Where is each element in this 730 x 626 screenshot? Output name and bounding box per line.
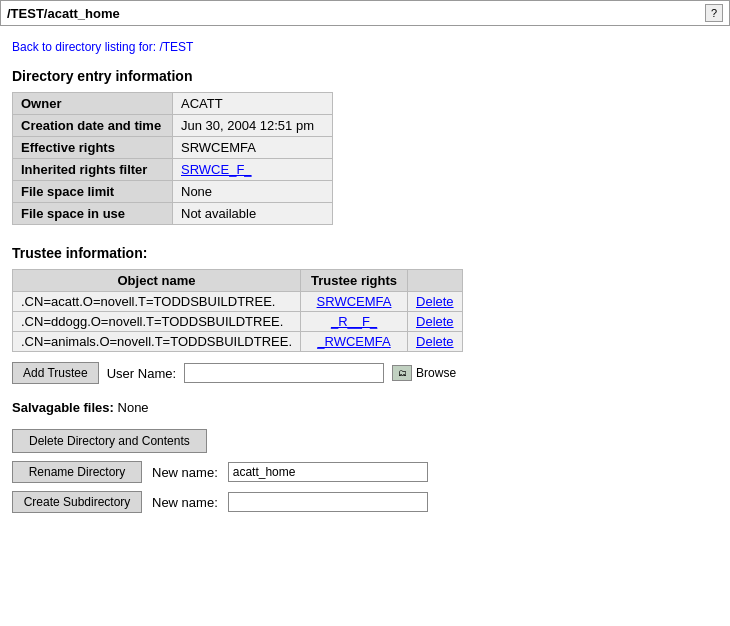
dir-info-title: Directory entry information (12, 68, 718, 84)
trustee-object: .CN=acatt.O=novell.T=TODDSBUILDTREE. (13, 292, 301, 312)
dir-info-value: Not available (173, 203, 333, 225)
trustee-section-title: Trustee information: (12, 245, 718, 261)
username-label: User Name: (107, 366, 176, 381)
create-subdir-row: Create Subdirectory New name: (12, 491, 718, 513)
rename-new-name-label: New name: (152, 465, 218, 480)
trustee-object: .CN=animals.O=novell.T=TODDSBUILDTREE. (13, 332, 301, 352)
trustee-section: Trustee information: Object name Trustee… (12, 245, 718, 384)
help-button[interactable]: ? (705, 4, 723, 22)
col-delete-header (408, 270, 463, 292)
dir-info-value: ACATT (173, 93, 333, 115)
back-link[interactable]: Back to directory listing for: /TEST (12, 40, 193, 54)
trustee-rights[interactable]: _R__F_ (301, 312, 408, 332)
browse-button[interactable]: 🗂 Browse (392, 365, 456, 381)
browse-icon: 🗂 (392, 365, 412, 381)
page-title: /TEST/acatt_home (7, 6, 120, 21)
dir-info-value: Jun 30, 2004 12:51 pm (173, 115, 333, 137)
main-content: Back to directory listing for: /TEST Dir… (0, 26, 730, 529)
add-trustee-row: Add Trustee User Name: 🗂 Browse (12, 362, 718, 384)
rename-new-name-input[interactable] (228, 462, 428, 482)
add-trustee-button[interactable]: Add Trustee (12, 362, 99, 384)
directory-info-table: OwnerACATTCreation date and timeJun 30, … (12, 92, 333, 225)
action-delete-row: Delete Directory and Contents (12, 429, 718, 453)
dir-info-label: Inherited rights filter (13, 159, 173, 181)
col-rights-header: Trustee rights (301, 270, 408, 292)
dir-info-value: SRWCEMFA (173, 137, 333, 159)
dir-info-label: Effective rights (13, 137, 173, 159)
trustee-delete[interactable]: Delete (408, 292, 463, 312)
dir-info-value: None (173, 181, 333, 203)
browse-label: Browse (416, 366, 456, 380)
salvagable-label: Salvagable files: (12, 400, 114, 415)
create-new-name-input[interactable] (228, 492, 428, 512)
delete-dir-button[interactable]: Delete Directory and Contents (12, 429, 207, 453)
dir-info-label: File space limit (13, 181, 173, 203)
trustee-delete[interactable]: Delete (408, 332, 463, 352)
trustee-table: Object name Trustee rights .CN=acatt.O=n… (12, 269, 463, 352)
trustee-delete[interactable]: Delete (408, 312, 463, 332)
create-new-name-label: New name: (152, 495, 218, 510)
trustee-object: .CN=ddogg.O=novell.T=TODDSBUILDTREE. (13, 312, 301, 332)
rename-row: Rename Directory New name: (12, 461, 718, 483)
salvagable-value: None (118, 400, 149, 415)
dir-info-label: Owner (13, 93, 173, 115)
trustee-rights[interactable]: _RWCEMFA (301, 332, 408, 352)
dir-info-label: Creation date and time (13, 115, 173, 137)
dir-info-label: File space in use (13, 203, 173, 225)
create-subdir-button[interactable]: Create Subdirectory (12, 491, 142, 513)
rename-dir-button[interactable]: Rename Directory (12, 461, 142, 483)
col-object-header: Object name (13, 270, 301, 292)
username-input[interactable] (184, 363, 384, 383)
dir-info-value[interactable]: SRWCE_F_ (173, 159, 333, 181)
salvagable-section: Salvagable files: None (12, 400, 718, 415)
header-bar: /TEST/acatt_home ? (0, 0, 730, 26)
trustee-rights[interactable]: SRWCEMFA (301, 292, 408, 312)
